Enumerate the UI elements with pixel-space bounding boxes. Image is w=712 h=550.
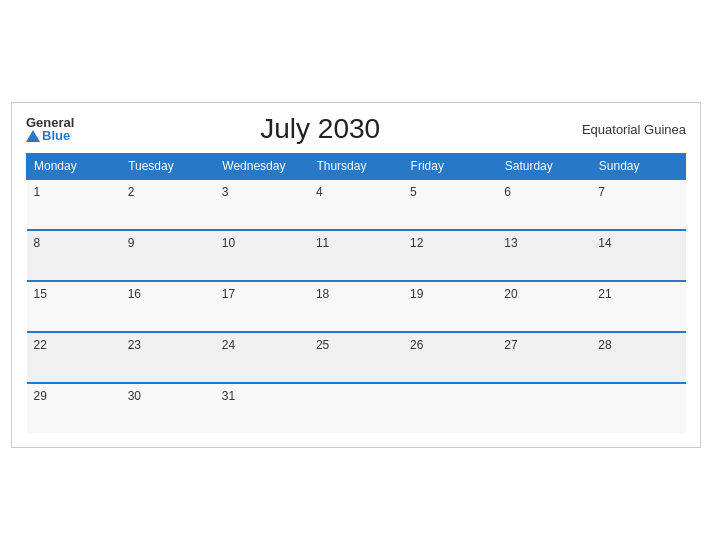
calendar-day-cell: 15 — [27, 281, 121, 332]
day-number: 22 — [34, 338, 47, 352]
day-number: 18 — [316, 287, 329, 301]
day-number: 13 — [504, 236, 517, 250]
day-number: 7 — [598, 185, 605, 199]
calendar-day-cell: 19 — [403, 281, 497, 332]
calendar-week-row: 891011121314 — [27, 230, 686, 281]
calendar-day-cell: 23 — [121, 332, 215, 383]
day-number: 30 — [128, 389, 141, 403]
calendar-day-cell: 30 — [121, 383, 215, 433]
calendar-day-cell: 4 — [309, 179, 403, 230]
header-tuesday: Tuesday — [121, 154, 215, 180]
calendar-day-cell: 28 — [591, 332, 685, 383]
calendar-day-cell: 5 — [403, 179, 497, 230]
calendar-day-cell: 11 — [309, 230, 403, 281]
day-number: 3 — [222, 185, 229, 199]
day-number: 27 — [504, 338, 517, 352]
calendar-week-row: 22232425262728 — [27, 332, 686, 383]
day-number: 26 — [410, 338, 423, 352]
day-number: 28 — [598, 338, 611, 352]
calendar-day-cell: 14 — [591, 230, 685, 281]
calendar-day-cell: 22 — [27, 332, 121, 383]
calendar-day-cell — [403, 383, 497, 433]
day-number: 20 — [504, 287, 517, 301]
calendar-day-cell: 27 — [497, 332, 591, 383]
day-number: 9 — [128, 236, 135, 250]
day-number: 23 — [128, 338, 141, 352]
calendar-day-cell: 7 — [591, 179, 685, 230]
calendar-day-cell: 16 — [121, 281, 215, 332]
calendar-day-cell: 18 — [309, 281, 403, 332]
day-number: 5 — [410, 185, 417, 199]
day-number: 14 — [598, 236, 611, 250]
calendar-week-row: 1234567 — [27, 179, 686, 230]
calendar-day-cell: 9 — [121, 230, 215, 281]
calendar-day-cell — [497, 383, 591, 433]
calendar-day-cell: 13 — [497, 230, 591, 281]
header-sunday: Sunday — [591, 154, 685, 180]
header-monday: Monday — [27, 154, 121, 180]
day-number: 19 — [410, 287, 423, 301]
day-number: 12 — [410, 236, 423, 250]
weekday-header-row: Monday Tuesday Wednesday Thursday Friday… — [27, 154, 686, 180]
day-number: 8 — [34, 236, 41, 250]
day-number: 17 — [222, 287, 235, 301]
calendar-day-cell: 8 — [27, 230, 121, 281]
calendar-day-cell: 21 — [591, 281, 685, 332]
calendar-day-cell: 25 — [309, 332, 403, 383]
calendar-week-row: 293031 — [27, 383, 686, 433]
day-number: 1 — [34, 185, 41, 199]
day-number: 31 — [222, 389, 235, 403]
header-thursday: Thursday — [309, 154, 403, 180]
calendar-country: Equatorial Guinea — [566, 122, 686, 137]
calendar-day-cell: 17 — [215, 281, 309, 332]
calendar-day-cell: 6 — [497, 179, 591, 230]
calendar-day-cell: 29 — [27, 383, 121, 433]
day-number: 11 — [316, 236, 329, 250]
calendar-week-row: 15161718192021 — [27, 281, 686, 332]
calendar-day-cell — [591, 383, 685, 433]
calendar-day-cell: 20 — [497, 281, 591, 332]
day-number: 16 — [128, 287, 141, 301]
calendar-day-cell — [309, 383, 403, 433]
day-number: 24 — [222, 338, 235, 352]
calendar-header: General Blue July 2030 Equatorial Guinea — [26, 113, 686, 145]
logo-blue-text: Blue — [26, 129, 74, 142]
calendar-container: General Blue July 2030 Equatorial Guinea… — [11, 102, 701, 448]
calendar-day-cell: 26 — [403, 332, 497, 383]
calendar-day-cell: 12 — [403, 230, 497, 281]
calendar-day-cell: 2 — [121, 179, 215, 230]
day-number: 2 — [128, 185, 135, 199]
day-number: 4 — [316, 185, 323, 199]
day-number: 21 — [598, 287, 611, 301]
logo-triangle-icon — [26, 130, 40, 142]
day-number: 6 — [504, 185, 511, 199]
header-saturday: Saturday — [497, 154, 591, 180]
day-number: 25 — [316, 338, 329, 352]
calendar-title: July 2030 — [74, 113, 566, 145]
calendar-day-cell: 3 — [215, 179, 309, 230]
header-wednesday: Wednesday — [215, 154, 309, 180]
logo: General Blue — [26, 116, 74, 142]
day-number: 29 — [34, 389, 47, 403]
calendar-grid: Monday Tuesday Wednesday Thursday Friday… — [26, 153, 686, 433]
calendar-day-cell: 31 — [215, 383, 309, 433]
calendar-day-cell: 1 — [27, 179, 121, 230]
calendar-day-cell: 10 — [215, 230, 309, 281]
day-number: 15 — [34, 287, 47, 301]
calendar-day-cell: 24 — [215, 332, 309, 383]
day-number: 10 — [222, 236, 235, 250]
header-friday: Friday — [403, 154, 497, 180]
